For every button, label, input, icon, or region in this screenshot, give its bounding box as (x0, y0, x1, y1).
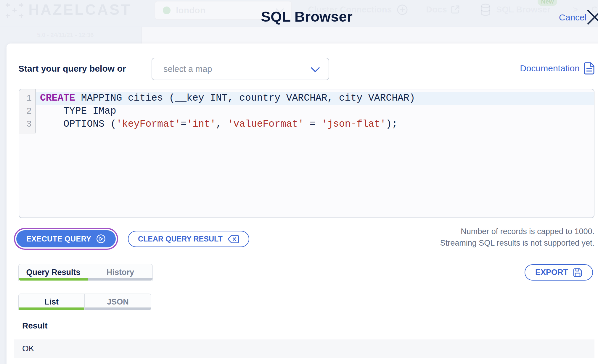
play-circle-icon (96, 234, 106, 244)
cluster-status-dot (163, 7, 171, 14)
tab-inactive-indicator (88, 278, 152, 281)
sql-string: 'keyFormat' (116, 119, 181, 130)
line-number: 2 (19, 105, 35, 118)
execute-query-label: EXECUTE QUERY (26, 235, 91, 243)
note-line-2: Streaming SQL results is not supported y… (440, 237, 594, 249)
tab-label: History (107, 268, 134, 277)
execute-query-button[interactable]: EXECUTE QUERY (16, 230, 116, 247)
code-line: OPTIONS ('keyFormat'='int', 'valueFormat… (36, 118, 594, 131)
sql-text: , (216, 119, 228, 130)
sql-string: 'valueFormat' (228, 119, 304, 130)
tab-active-indicator (19, 307, 84, 310)
chevron-down-icon (311, 67, 320, 73)
sql-browser-page: HAZELCAST london Cluster Connections Doc… (0, 0, 598, 364)
sql-text: ); (386, 119, 398, 130)
hazelcast-logo-icon (5, 2, 24, 18)
new-badge: New (538, 0, 557, 6)
results-tabs: Query Results History (18, 264, 153, 281)
sql-text: = (181, 119, 187, 130)
tab-history[interactable]: History (88, 264, 153, 281)
sql-text: TYPE IMap (40, 106, 116, 117)
version-text: 5.0 - 24/11/21 - 12:36 (37, 32, 94, 38)
result-cell: OK (22, 344, 34, 353)
clear-query-result-button[interactable]: CLEAR QUERY RESULT (128, 231, 249, 247)
save-icon (573, 268, 582, 277)
sql-text: = (304, 119, 321, 130)
table-row: OK (14, 339, 594, 358)
database-icon (480, 4, 491, 16)
map-select-placeholder: select a map (163, 64, 212, 74)
sql-string: 'json-flat' (321, 119, 386, 130)
documentation-link[interactable]: Documentation (520, 60, 594, 77)
sql-editor[interactable]: 1 2 3 CREATE MAPPING cities (__key INT, … (19, 89, 594, 218)
tab-label: JSON (107, 297, 129, 307)
backdrop-content-pane (142, 27, 598, 44)
note-line-1: Number of records is capped to 1000. (440, 226, 594, 237)
sql-browser-modal: Start your query below or select a map D… (7, 44, 598, 364)
page-title: SQL Browser (261, 8, 353, 25)
query-limits-note: Number of records is capped to 1000. Str… (440, 226, 594, 249)
documentation-label: Documentation (520, 63, 580, 73)
sql-string: 'int' (187, 119, 216, 130)
code-line: TYPE IMap (36, 105, 594, 118)
line-number: 3 (19, 118, 35, 131)
external-link-icon (451, 5, 460, 14)
code-line: CREATE MAPPING cities (__key INT, countr… (36, 92, 594, 105)
clear-query-result-label: CLEAR QUERY RESULT (138, 235, 223, 243)
map-select[interactable]: select a map (152, 58, 329, 80)
nav-docs: Docs (426, 5, 447, 15)
export-label: EXPORT (535, 268, 568, 277)
result-column-header: Result (22, 321, 48, 331)
backdrop-divider-vertical (141, 27, 142, 44)
nav-sql-browser: SQL Browser (496, 5, 550, 15)
sql-editor-body: 1 2 3 CREATE MAPPING cities (__key INT, … (19, 89, 594, 134)
cluster-select-value: london (176, 5, 205, 15)
editor-line-number-gutter: 1 2 3 (19, 89, 36, 134)
sql-text: OPTIONS ( (40, 119, 116, 130)
cancel-link[interactable]: Cancel (559, 12, 586, 22)
close-icon[interactable] (587, 9, 598, 25)
hazelcast-logo-text: HAZELCAST (28, 1, 131, 18)
editor-code-column: CREATE MAPPING cities (__key INT, countr… (36, 89, 594, 131)
sql-keyword: CREATE (40, 93, 75, 104)
tab-active-indicator (19, 278, 88, 281)
export-button[interactable]: EXPORT (525, 264, 593, 281)
view-tabs: List JSON (18, 294, 151, 310)
tab-json[interactable]: JSON (85, 294, 151, 310)
tab-label: Query Results (26, 268, 80, 277)
line-number: 1 (19, 92, 35, 105)
sql-text: MAPPING cities (__key INT, country VARCH… (75, 93, 415, 104)
tab-inactive-indicator (85, 307, 151, 310)
plus-circle-icon (397, 4, 408, 15)
document-icon (584, 62, 594, 75)
query-prompt-label: Start your query below or (18, 64, 126, 74)
backspace-icon (227, 235, 239, 244)
tab-list[interactable]: List (18, 294, 85, 310)
tab-label: List (44, 297, 59, 307)
tab-query-results[interactable]: Query Results (18, 264, 88, 281)
